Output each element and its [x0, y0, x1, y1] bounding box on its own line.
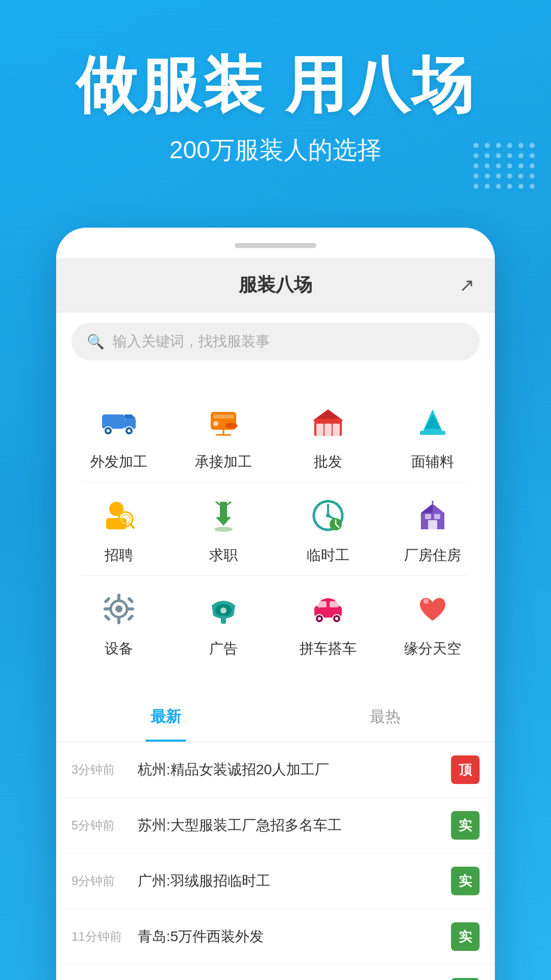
svg-rect-41: [434, 514, 440, 519]
hero-title: 做服装 用八场: [31, 51, 520, 118]
category-item-zhaopin[interactable]: 招聘: [73, 493, 165, 565]
svg-rect-52: [127, 614, 134, 621]
category-item-linshigong[interactable]: 临时工: [282, 493, 374, 565]
category-item-waifahjiagong[interactable]: 外发加工: [73, 399, 165, 472]
svg-marker-26: [216, 517, 231, 526]
feed-item-4[interactable]: 16分钟前 东莞:十年服装团队找货源 实: [56, 965, 495, 980]
svg-rect-45: [117, 594, 120, 601]
notch-bar: [235, 243, 316, 248]
temp-icon: [305, 493, 351, 538]
hero-section: 做服装 用八场 200万服装人的选择: [0, 0, 551, 228]
ad-icon: [201, 586, 246, 632]
category-item-yuanfen[interactable]: 缘分天空: [387, 586, 479, 658]
feed-item-1[interactable]: 5分钟前 苏州:大型服装工厂急招多名车工 实: [56, 798, 495, 853]
svg-point-61: [318, 617, 321, 620]
category-section: 外发加工 承接加工: [56, 379, 495, 684]
svg-marker-38: [421, 504, 433, 513]
search-icon: 🔍: [87, 333, 105, 350]
search-input[interactable]: 🔍 输入关键词，找找服装事: [71, 323, 480, 360]
recruit-icon: [96, 493, 142, 538]
search-bar: 🔍 输入关键词，找找服装事: [56, 312, 495, 371]
svg-point-29: [214, 527, 233, 532]
svg-rect-15: [316, 424, 323, 436]
svg-rect-49: [104, 597, 111, 604]
svg-rect-17: [333, 424, 340, 436]
feed-item-3[interactable]: 11分钟前 青岛:5万件西装外发 实: [56, 909, 495, 965]
app-title: 服装八场: [239, 273, 312, 298]
svg-rect-58: [330, 601, 339, 607]
hero-subtitle: 200万服装人的选择: [31, 134, 520, 166]
phone-notch: [56, 243, 495, 248]
job-icon: [201, 493, 246, 538]
category-row-3: 设备 广告: [66, 581, 485, 664]
phone-mockup: 服装八场 ↗ 🔍 输入关键词，找找服装事: [56, 228, 495, 980]
feed-item-0[interactable]: 3分钟前 杭州:精品女装诚招20人加工厂 顶: [56, 742, 495, 798]
app-header: 服装八场 ↗: [56, 258, 495, 312]
share-icon[interactable]: ↗: [459, 275, 474, 296]
tab-bar: 最新 最热: [56, 692, 495, 742]
tab-zuire[interactable]: 最热: [276, 692, 495, 742]
row-divider-1: [82, 482, 469, 482]
svg-point-5: [107, 429, 110, 432]
tab-zuixin[interactable]: 最新: [56, 692, 276, 742]
svg-rect-46: [117, 617, 120, 624]
category-label-chengjie: 承接加工: [195, 452, 252, 472]
feed-badge-1: 实: [451, 811, 480, 840]
store-icon: [305, 399, 351, 445]
truck-icon: [96, 399, 142, 445]
svg-marker-2: [124, 414, 136, 419]
category-row-1: 外发加工 承接加工: [66, 394, 485, 477]
svg-rect-47: [104, 607, 111, 610]
category-item-changfang[interactable]: 厂房住房: [387, 493, 479, 565]
svg-rect-55: [221, 616, 226, 624]
category-label-yuanfen: 缘分天空: [404, 639, 461, 658]
category-label-qiuzhi: 求职: [209, 546, 238, 565]
decoration-dots: [473, 143, 536, 189]
feed-list: 3分钟前 杭州:精品女装诚招20人加工厂 顶 5分钟前 苏州:大型服装工厂急招多…: [56, 742, 495, 980]
phone-wrapper: 服装八场 ↗ 🔍 输入关键词，找找服装事: [0, 228, 551, 980]
svg-point-9: [213, 421, 218, 426]
feed-content-0: 杭州:精品女装诚招20人加工厂: [138, 760, 441, 779]
svg-point-63: [423, 599, 429, 604]
feed-content-1: 苏州:大型服装工厂急招多名车工: [138, 816, 441, 835]
search-placeholder-text: 输入关键词，找找服装事: [113, 332, 270, 351]
feed-time-2: 9分钟前: [71, 873, 128, 889]
svg-rect-48: [127, 607, 134, 610]
feed-time-3: 11分钟前: [71, 928, 128, 945]
svg-rect-40: [425, 514, 431, 519]
svg-point-54: [220, 607, 227, 614]
category-item-qiuzhi[interactable]: 求职: [178, 493, 269, 565]
fabric-icon: [410, 399, 456, 445]
svg-rect-18: [314, 419, 342, 422]
feed-content-3: 青岛:5万件西装外发: [138, 927, 441, 946]
category-label-guanggao: 广告: [209, 639, 238, 658]
feed-badge-0: 顶: [451, 755, 480, 784]
love-icon: [410, 586, 456, 632]
svg-rect-0: [102, 414, 124, 429]
svg-line-27: [216, 502, 220, 505]
feed-badge-2: 实: [451, 867, 480, 895]
carpool-icon: [305, 586, 351, 632]
svg-point-10: [225, 423, 237, 429]
feed-time-1: 5分钟前: [71, 817, 128, 834]
svg-rect-51: [104, 614, 111, 621]
category-item-guanggao[interactable]: 广告: [178, 586, 269, 658]
svg-line-24: [130, 524, 134, 528]
factory-icon: [410, 493, 456, 538]
row-divider-2: [82, 575, 469, 576]
svg-rect-39: [428, 520, 437, 529]
category-label-zhaopin: 招聘: [105, 546, 133, 565]
category-label-waifa: 外发加工: [90, 452, 147, 472]
feed-item-2[interactable]: 9分钟前 广州:羽绒服招临时工 实: [56, 853, 495, 909]
feed-content-2: 广州:羽绒服招临时工: [138, 871, 441, 891]
feed-time-0: 3分钟前: [71, 762, 128, 778]
category-item-pinche[interactable]: 拼车搭车: [282, 586, 374, 658]
category-item-chengjiejiagong[interactable]: 承接加工: [178, 399, 269, 472]
feed-badge-3: 实: [451, 922, 480, 951]
category-item-pifa[interactable]: 批发: [282, 399, 374, 472]
svg-rect-57: [317, 601, 327, 607]
category-row-2: 招聘 求职: [66, 487, 485, 570]
category-label-changfang: 厂房住房: [404, 546, 461, 565]
category-item-mianfuliao[interactable]: 面辅料: [387, 399, 479, 472]
category-item-shebei[interactable]: 设备: [73, 586, 165, 658]
